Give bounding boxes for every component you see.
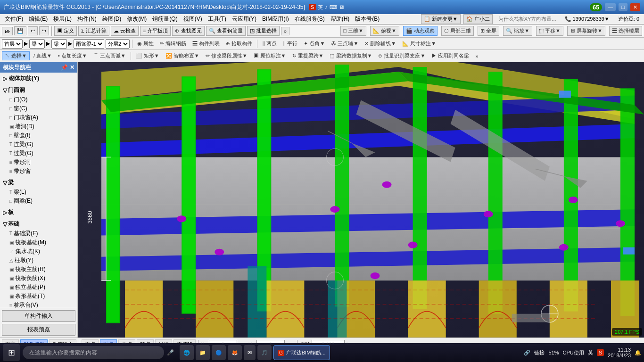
more-draw-btn[interactable]: » [473,53,480,59]
topview-btn[interactable]: 📐 俯视▼ [370,26,399,36]
summary-btn[interactable]: Σ 汇总计算 [78,26,109,36]
menu-view[interactable]: 视图(V) [181,14,205,24]
menu-tools[interactable]: 工具(T) [205,14,229,24]
menu-version[interactable]: 版本号(B) [352,14,382,24]
sidebar-item-over-beam[interactable]: T过梁(G) [8,149,75,158]
gxe-btn[interactable]: 🏠 广小二 [463,14,493,24]
menu-draw[interactable]: 绘图(D) [99,14,124,24]
batch-id-support-btn[interactable]: ⊕ 批量识别梁支座▼ [376,52,428,60]
menu-bim[interactable]: BIM应用(I) [259,14,292,24]
rain-canopy-select[interactable]: 雨篷梁-1 [74,39,104,49]
menu-help[interactable]: 帮助(H) [328,14,353,24]
sidebar-item-wall-hole[interactable]: ▣墙洞(D) [8,122,75,131]
smart-layout-btn[interactable]: 🔀 智能布置▼ [163,52,202,60]
voice-search-icon[interactable]: 🎤 [167,349,174,356]
parallel-btn[interactable]: ∥ 平行 [281,40,300,48]
menu-rebar[interactable]: 钢筋量(Q) [149,14,180,24]
pick-component-btn[interactable]: ⊕ 拾取构件 [223,40,255,48]
save-btn[interactable]: 💾 [14,26,26,35]
taskbar-app-ie[interactable]: 🦊 [228,345,242,360]
point-len-btn[interactable]: • 点加长度▼ [56,52,90,60]
sidebar-scroll[interactable]: ▷ 砌体加筋(Y) ▽ 门面洞 □门(O) □窗(C) □门联窗(A) ▣墙洞(… [0,73,77,308]
edit-rebar-btn[interactable]: ✏ 编辑钢筋 [157,40,189,48]
sidebar-item-sump[interactable]: ⟋集水坑(K) [8,247,75,256]
menu-edit[interactable]: 编辑(E) [26,14,50,24]
cloud-check-btn[interactable]: ☁ 云检查 [111,26,139,36]
foundation-group[interactable]: ▽ 基础 [2,219,75,229]
sidebar-pin-btn[interactable]: 📌 [61,64,68,71]
close-button[interactable]: ✕ [630,3,640,11]
lang-en[interactable]: 英 [588,349,593,356]
3d-btn[interactable]: □ 三维▼ [340,26,366,36]
three-point-aux-btn[interactable]: ⁂ 三点辅▼ [329,40,361,48]
pan-btn[interactable]: ⬚ 平移▼ [536,26,563,36]
taskbar-app-files[interactable]: 📁 [196,345,210,360]
reextract-span-btn[interactable]: ↻ 重提梁跨▼ [290,52,326,60]
taskbar-app-music[interactable]: 🎵 [257,345,272,360]
sidebar-item-ring-beam[interactable]: □圈梁(E) [8,197,75,206]
taskbar-app-store[interactable]: 🌐 [180,345,194,360]
sidebar-item-door[interactable]: □门(O) [8,95,75,104]
define-btn[interactable]: ▣ 定义 [54,26,77,36]
taskbar-app-ggj[interactable]: G 广联达BIM钢筋... [273,345,330,360]
select-floor-btn[interactable]: ☰ 选择楼层 [609,26,642,36]
view-rebar-btn[interactable]: 🔍 查看钢筋量 [206,26,246,36]
modify-beam-prop-btn[interactable]: ✏ 修改梁段属性▼ [203,52,250,60]
sidebar-close-btn[interactable]: ✕ [70,64,74,71]
undo-btn[interactable]: ↩ [28,26,38,35]
notification-icon[interactable]: 🔔 [635,350,641,356]
two-point-btn[interactable]: ‖ 两点 [260,40,279,48]
menu-floor[interactable]: 楼层(L) [50,14,74,24]
sidebar-item-raft-main[interactable]: ▣筏板主筋(R) [8,265,75,274]
menu-modify[interactable]: 修改(M) [124,14,149,24]
elem-type-select[interactable]: 梁 [29,39,45,49]
find-elem-btn[interactable]: ⊕ 查找图元 [172,26,204,36]
level-top-btn[interactable]: ≡ 齐平板顶 [140,26,171,36]
menu-file[interactable]: 文件(F) [2,14,26,24]
sidebar-item-strip-hole[interactable]: ≡带形洞 [8,158,75,167]
arc-btn[interactable]: ⌒ 三点画弧▼ [91,52,128,60]
taskbar-app-edge[interactable]: 🔵 [212,345,226,360]
sidebar-item-beam[interactable]: T梁(L) [8,188,75,197]
sidebar-item-column-cap[interactable]: △柱墩(Y) [8,256,75,265]
orbit-btn[interactable]: 🎬 动态观察 [403,26,438,36]
start-button[interactable]: ⊞ [3,344,20,361]
single-component-btn[interactable]: 单构件输入 [2,310,75,322]
beam-group[interactable]: ▽ 梁 [2,178,75,188]
property-btn[interactable]: ◉ 属性 [135,40,156,48]
sidebar-item-conn-beam[interactable]: T连梁(G) [8,140,75,149]
del-aux-btn[interactable]: ✕ 删除辅线▼ [362,40,398,48]
menu-online[interactable]: 在线服务(S) [292,14,328,24]
sidebar-item-strip-found[interactable]: ▣条形基础(T) [8,292,75,301]
zoom-btn[interactable]: 🔍 缩放▼ [503,26,532,36]
sidebar-item-window[interactable]: □窗(C) [8,104,75,113]
screen-rotate-btn[interactable]: 🖥 屏幕旋转▼ [567,26,605,36]
open-file-btn[interactable]: 🗁 [2,27,13,35]
minimize-button[interactable]: — [605,3,616,11]
sidebar-item-pile-cap-group[interactable]: ≡桩承台(V) [8,301,75,308]
redo-btn[interactable]: ↪ [39,26,49,35]
search-input[interactable] [23,346,164,359]
span-copy-btn[interactable]: ⬚ 梁跨数据复制▼ [327,52,374,60]
inplace-mark-btn[interactable]: ▣ 原位标注▼ [251,52,289,60]
fullscreen-btn[interactable]: ⊞ 全屏 [478,26,499,36]
menu-component[interactable]: 构件(N) [74,14,99,24]
door-window-group[interactable]: ▽ 门面洞 [2,85,75,95]
batch-select-btn[interactable]: ◳ 批量选择 [247,26,280,36]
taskbar-app-mail[interactable]: ✉ [244,345,256,360]
sidebar-item-niche[interactable]: □壁龛(I) [8,131,75,140]
line-btn[interactable]: / 直线▼ [31,52,54,60]
point-angle-btn[interactable]: ✦ 点角▼ [301,40,327,48]
sidebar-item-raft-neg[interactable]: ▣筏板负筋(X) [8,274,75,283]
more-btn[interactable]: » [281,27,289,35]
sidebar-item-door-window[interactable]: □门联窗(A) [8,113,75,122]
report-preview-btn[interactable]: 报表预览 [2,324,75,336]
maximize-button[interactable]: □ [619,3,627,11]
sidebar-item-found-beam[interactable]: T基础梁(F) [8,229,75,238]
input-method-icon[interactable]: S [597,349,604,356]
elem-name-select[interactable]: 梁 [51,39,67,49]
component-list-btn[interactable]: ☰ 构件列表 [190,40,222,48]
floor-select[interactable]: 首层 [2,39,23,49]
select-btn[interactable]: ↖ 选择▼ [2,51,30,60]
apply-same-btn[interactable]: ▶ 应用到同名梁 [429,52,471,60]
